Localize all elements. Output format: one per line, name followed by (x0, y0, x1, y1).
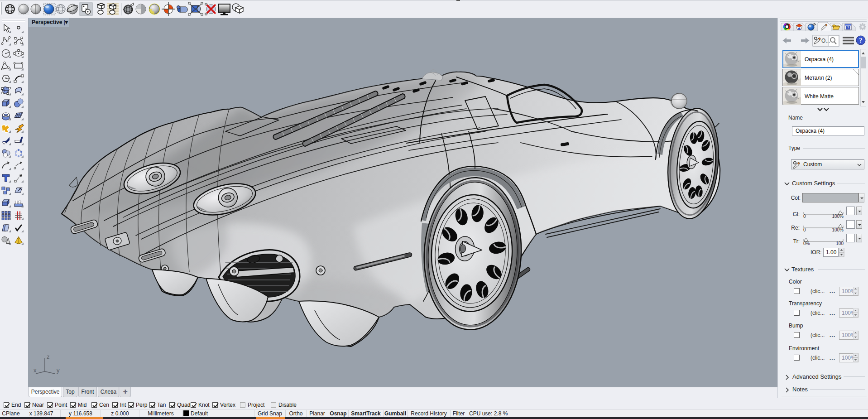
svg-text:z: z (47, 353, 50, 360)
svg-text:x: x (34, 367, 37, 374)
svg-text:O...: O... (821, 38, 830, 44)
svg-text:y: y (57, 367, 60, 374)
svg-text:?: ? (859, 37, 863, 44)
svg-text:?: ? (847, 26, 849, 30)
